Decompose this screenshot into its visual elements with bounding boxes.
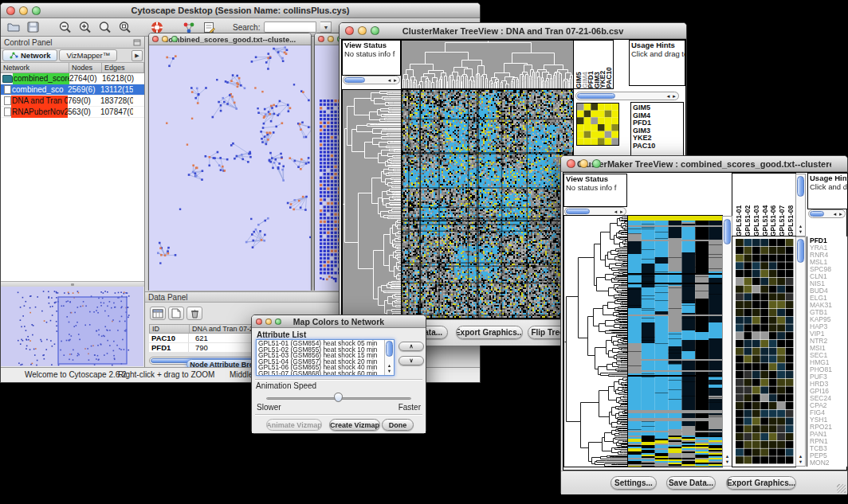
save-data-button[interactable]: Save Data... — [666, 476, 716, 490]
row-dendrogram-canvas[interactable] — [564, 216, 628, 467]
column-label[interactable]: PFD1 — [588, 41, 595, 88]
view-status-hscrollbar[interactable]: ◄ ► — [564, 207, 626, 216]
done-button[interactable]: Done — [382, 419, 414, 431]
column-label[interactable]: GPL51-04 (GSM857) — [761, 174, 770, 236]
select-attributes-icon[interactable] — [150, 307, 166, 320]
minimize-button[interactable] — [19, 6, 28, 15]
network-list-row[interactable]: DNA and Tran 07769(0)183728(0) — [1, 96, 144, 107]
usage-hints-hscrollbar[interactable]: ◄ ► — [808, 209, 846, 218]
maximize-button[interactable] — [32, 6, 41, 15]
export-graphics-button[interactable]: Export Graphics... — [456, 326, 523, 339]
col-id[interactable]: ID — [150, 325, 190, 333]
column-label[interactable]: GIM4 — [583, 41, 589, 88]
gene-id-cell: PFD1 — [149, 343, 189, 352]
zoom-in-icon[interactable] — [77, 20, 93, 34]
minimize-button[interactable] — [265, 318, 272, 325]
treeview-2-title: ClusterMaker TreeView : combined_scores_… — [577, 159, 831, 169]
search-input[interactable] — [264, 21, 316, 33]
settings-button[interactable]: Settings... — [610, 476, 657, 490]
attribute-list[interactable]: GPL51-01 (GSM854) heat shock 05 minGPL51… — [256, 339, 395, 376]
col-nodes[interactable]: Nodes — [69, 63, 102, 72]
zoom-fit-icon[interactable] — [97, 20, 113, 34]
tab-overflow-button[interactable]: ▶ — [132, 50, 143, 61]
attribute-list-vscrollbar[interactable]: ▲▼ — [384, 340, 394, 375]
maximize-button[interactable] — [171, 36, 178, 42]
tab-vizmapper-label: VizMapper™ — [66, 51, 110, 60]
column-label[interactable]: GIM5 — [576, 41, 583, 88]
heatmap-zoom-canvas[interactable] — [736, 239, 794, 464]
delete-attribute-icon[interactable] — [186, 307, 202, 320]
column-label[interactable]: YKE2 — [600, 41, 607, 88]
minimize-button[interactable] — [579, 159, 588, 168]
close-button[interactable] — [6, 6, 15, 15]
treeview-2-title-bar[interactable]: ClusterMaker TreeView : combined_scores_… — [561, 156, 847, 172]
close-button[interactable] — [256, 318, 262, 325]
col-edges[interactable]: Edges — [102, 63, 144, 72]
control-panel-title: Control Panel — [4, 38, 53, 47]
move-up-button[interactable]: ∧ — [398, 342, 424, 351]
save-button[interactable] — [26, 20, 41, 34]
maximize-button[interactable] — [592, 159, 601, 168]
new-attribute-icon[interactable] — [168, 307, 184, 320]
column-label[interactable]: GPL51-06 (GSM865) — [769, 174, 778, 236]
export-graphics-button[interactable]: Export Graphics... — [726, 476, 796, 490]
gene-label[interactable]: PAC10 — [631, 143, 683, 150]
dialog-title: Map Colors to Network — [268, 317, 410, 326]
minimize-button[interactable] — [358, 26, 367, 35]
network-canvas[interactable] — [149, 45, 311, 291]
heatmap-global-canvas[interactable] — [402, 90, 573, 318]
zoom-out-icon[interactable] — [57, 20, 73, 34]
create-vizmap-button[interactable]: Create Vizmap — [329, 419, 380, 431]
main-title-bar[interactable]: Cytoscape Desktop (Session Name: collins… — [1, 3, 480, 18]
minimize-button[interactable] — [328, 36, 334, 42]
dialog-body: Attribute List GPL51-01 (GSM854) heat sh… — [252, 328, 426, 433]
resize-grip[interactable] — [837, 484, 846, 493]
maximize-button[interactable] — [371, 26, 379, 35]
view-status-hscrollbar[interactable]: ◄ ► — [343, 76, 400, 84]
move-down-button[interactable]: ∨ — [398, 356, 424, 365]
network-tab-icon — [10, 52, 18, 59]
heatmap-vscrollbar[interactable]: ▲▼ — [722, 216, 732, 467]
column-label[interactable]: GPL51-07 (GSM868) — [778, 174, 787, 236]
column-label[interactable]: GPL51-03 (GSM856) — [752, 174, 761, 236]
tab-network[interactable]: Network — [2, 49, 57, 61]
network-view-1-title-bar[interactable]: combined_scores_good.txt--cluste... — [149, 33, 311, 45]
close-button[interactable] — [345, 26, 354, 35]
float-panel-icon[interactable] — [133, 39, 141, 46]
column-label[interactable]: GPL51-02 (GSM855) — [744, 174, 752, 236]
dialog-title-bar[interactable]: Map Colors to Network — [252, 315, 426, 328]
close-button[interactable] — [567, 159, 575, 168]
column-dendrogram-canvas[interactable] — [402, 41, 573, 88]
tab-vizmapper[interactable]: VizMapper™ — [59, 49, 117, 61]
column-label[interactable]: GPL51-08 (GSM872) — [787, 174, 795, 236]
col-network[interactable]: Network — [1, 63, 69, 72]
close-button[interactable] — [152, 36, 159, 42]
close-button[interactable] — [318, 36, 324, 42]
heatmap-global-canvas[interactable] — [628, 216, 722, 467]
zoom-selected-icon[interactable] — [117, 20, 133, 34]
minimize-button[interactable] — [162, 36, 168, 42]
column-label[interactable]: GPL51-01 (GSM854) — [735, 174, 744, 236]
column-labels-vscrollbar[interactable]: ▲▼ — [795, 174, 806, 236]
zoom-view-hscrollbar[interactable]: ◄ ► — [575, 92, 679, 100]
network-list-row[interactable]: combined_scores2764(0)16218(0) — [1, 73, 144, 84]
window-controls — [345, 26, 379, 35]
heatmap-zoom-canvas[interactable] — [577, 104, 618, 145]
column-label[interactable]: PAC10 — [607, 41, 613, 88]
animation-speed-slider-thumb[interactable] — [334, 393, 343, 402]
column-label[interactable]: GIM3 — [595, 41, 601, 88]
maximize-button[interactable] — [275, 318, 281, 325]
gene-label[interactable]: MON2 — [807, 459, 847, 467]
attribute-list-item[interactable]: GPL51-07 (GSM868) heat shock 60 min — [257, 371, 394, 376]
zoom-view-vscrollbar[interactable]: ▲▼ — [795, 236, 806, 467]
network-name: combined_sco — [11, 84, 68, 96]
network-list-row[interactable]: combined_sco2569(6)13112(15) — [1, 84, 144, 96]
row-dendrogram-canvas[interactable] — [343, 90, 401, 318]
animate-vizmap-button[interactable]: Animate Vizmap — [266, 419, 322, 431]
treeview-1-title-bar[interactable]: ClusterMaker TreeView : DNA and Tran 07-… — [340, 23, 686, 39]
open-file-button[interactable] — [6, 20, 22, 34]
search-dropdown-icon[interactable]: ▼ — [320, 21, 332, 33]
birdseye-view-canvas[interactable] — [1, 287, 143, 366]
network-list-row[interactable]: RNAPuberNov2+I563(0)107847(0) — [1, 107, 144, 118]
status-zoom-hint: Right-click + drag to ZOOM — [118, 370, 214, 379]
